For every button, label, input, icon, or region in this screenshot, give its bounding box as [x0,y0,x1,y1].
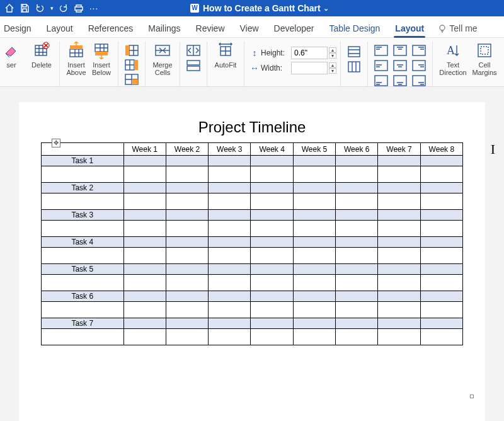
table-cell[interactable] [293,318,335,329]
align-ml-button[interactable] [372,59,390,72]
distribute-cols-button[interactable] [345,60,363,74]
table-cell[interactable] [166,329,208,345]
table-cell[interactable] [123,221,166,237]
table-cell[interactable] [123,318,166,329]
task-label-cell[interactable]: Task 1 [42,156,124,166]
width-input[interactable] [291,62,328,74]
table-cell[interactable] [336,193,378,210]
gantt-table[interactable]: Week 1 Week 2 Week 3 Week 4 Week 5 Week … [41,142,463,345]
table-cell[interactable] [378,302,420,318]
table-cell[interactable] [420,329,462,345]
tab-view[interactable]: View [232,18,266,37]
table-cell[interactable] [420,221,462,237]
week-header[interactable]: Week 6 [336,143,378,156]
align-tr-button[interactable] [410,43,428,57]
insert-above-button[interactable]: Insert Above [64,42,89,76]
width-stepper[interactable]: ▲▼ [329,62,336,74]
undo-icon[interactable] [33,1,47,15]
table-cell[interactable] [420,237,462,248]
align-mc-button[interactable] [391,59,409,72]
save-icon[interactable] [18,1,32,15]
table-cell[interactable] [336,156,378,166]
table-cell[interactable] [293,291,335,302]
table-cell[interactable] [293,329,335,345]
undo-dropdown-icon[interactable]: ▾ [48,1,55,15]
task-label-cell[interactable]: Task 2 [42,183,124,193]
document-title[interactable]: How to Create a Gantt Chart ⌄ [190,3,329,13]
table-cell[interactable] [166,193,208,210]
table-cell[interactable] [336,275,378,291]
table-cell[interactable] [123,264,166,275]
table-cell[interactable] [123,302,166,318]
table-cell[interactable] [123,183,166,193]
table-cell[interactable] [42,302,124,318]
table-cell[interactable] [378,329,420,345]
table-cell[interactable] [166,166,208,183]
align-br-button[interactable] [410,74,428,88]
tell-me-search[interactable]: Tell me [432,18,483,37]
tab-table-design[interactable]: Table Design [321,18,387,37]
table-cell[interactable] [251,302,293,318]
table-cell[interactable] [166,264,208,275]
table-cell[interactable] [166,237,208,248]
table-cell[interactable] [420,248,462,264]
table-cell[interactable] [42,329,124,345]
table-cell[interactable] [42,193,124,210]
table-cell[interactable] [251,183,293,193]
table-cell[interactable] [209,302,251,318]
table-cell[interactable] [209,248,251,264]
align-tc-button[interactable] [391,43,409,57]
table-cell[interactable] [420,318,462,329]
table-cell[interactable] [420,275,462,291]
table-cell[interactable] [293,248,335,264]
table-cell[interactable] [123,248,166,264]
table-cell[interactable] [166,210,208,221]
insert-right-button[interactable] [123,58,140,71]
table-cell[interactable] [42,221,124,237]
table-cell[interactable] [209,156,251,166]
print-icon[interactable] [72,1,86,15]
table-cell[interactable] [293,221,335,237]
table-cell[interactable] [251,248,293,264]
table-cell[interactable] [293,166,335,183]
table-cell[interactable] [336,237,378,248]
table-cell[interactable] [209,275,251,291]
week-header[interactable]: Week 8 [420,143,462,156]
table-cell[interactable] [378,291,420,302]
week-header[interactable]: Week 5 [293,143,335,156]
table-cell[interactable] [336,329,378,345]
document-canvas[interactable]: Project Timeline ✥ Week 1 Week 2 Week 3 … [0,87,504,421]
table-cell[interactable] [293,302,335,318]
table-cell[interactable] [209,291,251,302]
week-header[interactable]: Week 1 [123,143,166,156]
task-label-cell[interactable]: Task 6 [42,291,124,302]
table-cell[interactable] [378,183,420,193]
table-cell[interactable] [42,275,124,291]
table-cell[interactable] [293,210,335,221]
table-cell[interactable] [336,248,378,264]
tab-review[interactable]: Review [188,18,232,37]
table-cell[interactable] [166,248,208,264]
table-cell[interactable] [293,193,335,210]
table-cell[interactable] [42,166,124,183]
table-cell[interactable] [123,275,166,291]
week-header[interactable]: Week 2 [166,143,208,156]
insert-below-button[interactable]: Insert Below [89,42,114,76]
align-bc-button[interactable] [391,74,409,88]
table-cell[interactable] [209,264,251,275]
table-cell[interactable] [378,166,420,183]
split-table-button[interactable] [185,59,202,72]
delete-button[interactable]: Delete [28,42,55,69]
table-cell[interactable] [123,166,166,183]
table-cell[interactable] [209,166,251,183]
align-tl-button[interactable] [372,43,390,57]
table-cell[interactable] [166,221,208,237]
table-cell[interactable] [166,183,208,193]
table-cell[interactable] [293,156,335,166]
table-cell[interactable] [251,275,293,291]
table-cell[interactable] [166,318,208,329]
table-cell[interactable] [378,318,420,329]
task-label-cell[interactable]: Task 7 [42,318,124,329]
table-cell[interactable] [378,275,420,291]
align-mr-button[interactable] [410,59,428,72]
